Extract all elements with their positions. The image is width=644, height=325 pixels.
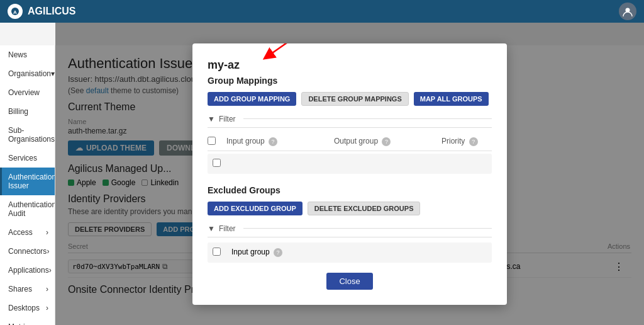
chevron-right-icon: › (46, 228, 48, 237)
sidebar-item-shares[interactable]: Shares › (0, 280, 55, 299)
add-group-mapping-button[interactable]: ADD GROUP MAPPING (208, 92, 296, 106)
topbar-right (619, 3, 636, 20)
sidebar-item-desktops[interactable]: Desktops › (0, 299, 55, 317)
priority-help-icon[interactable]: ? (469, 137, 478, 146)
group-mapping-buttons: ADD GROUP MAPPING DELETE GROUP MAPPINGS … (208, 92, 492, 106)
group-mapping-empty-row (208, 154, 492, 174)
sidebar-item-authentication-audit[interactable]: Authentication Audit (0, 195, 55, 223)
chevron-right-icon: › (46, 304, 48, 312)
map-all-groups-button[interactable]: MAP ALL GROUPS (414, 92, 489, 106)
modal-issuer-name: my-az (208, 59, 492, 72)
excluded-filter-row: ▼ Filter (208, 224, 492, 237)
sidebar-item-authentication-issuer[interactable]: Authentication Issuer (0, 168, 55, 195)
chevron-right-icon: › (49, 266, 52, 275)
modal-close-row: Close (208, 273, 492, 290)
add-excluded-group-button[interactable]: ADD EXCLUDED GROUP (208, 202, 303, 215)
chevron-right-icon: › (47, 247, 49, 256)
svg-text:A: A (13, 9, 17, 15)
sidebar-item-organisation[interactable]: Organisation ▾ (0, 64, 55, 83)
output-group-help-icon[interactable]: ? (382, 137, 391, 146)
input-group-col-header: Input group ? (226, 137, 328, 146)
excluded-filter-divider (243, 228, 492, 229)
group-mappings-title: Group Mappings (208, 76, 492, 86)
svg-line-3 (268, 43, 331, 56)
priority-col-header: Priority ? (441, 137, 492, 146)
group-mapping-table-header: Input group ? Output group ? Priority ? (208, 133, 492, 151)
sidebar-item-metrics[interactable]: Metrics › (0, 317, 55, 325)
empty-check (213, 159, 225, 169)
sidebar-item-services[interactable]: Services (0, 149, 55, 168)
user-avatar[interactable] (619, 3, 636, 20)
sidebar-item-overview[interactable]: Overview (0, 83, 55, 102)
filter-icon: ▼ (208, 115, 215, 123)
chevron-down-icon: ▾ (51, 69, 55, 78)
chevron-right-icon: › (46, 322, 48, 325)
topbar: A AGILICUS (0, 0, 644, 23)
sidebar-item-news[interactable]: News (0, 45, 55, 64)
excluded-group-buttons: ADD EXCLUDED GROUP DELETE EXCLUDED GROUP… (208, 202, 492, 215)
excluded-filter-icon: ▼ (208, 224, 215, 233)
modal-overlay: my-az Group Mappings ADD GROUP MAPPING D… (55, 23, 644, 325)
sidebar: News Organisation ▾ Overview Billing Sub… (0, 45, 55, 325)
excluded-groups-section: Excluded Groups ADD EXCLUDED GROUP DELET… (208, 185, 492, 263)
input-group-help-icon[interactable]: ? (269, 137, 277, 146)
excluded-row-checkbox[interactable] (213, 248, 221, 256)
sidebar-item-applications[interactable]: Applications › (0, 261, 55, 280)
sidebar-item-connectors[interactable]: Connectors › (0, 242, 55, 261)
excluded-input-help-icon[interactable]: ? (274, 248, 282, 257)
sidebar-item-access[interactable]: Access › (0, 223, 55, 242)
logo-text: AGILICUS (28, 6, 75, 17)
sidebar-item-sub-organisations[interactable]: Sub-Organisations (0, 121, 55, 149)
output-group-col-header: Output group ? (334, 137, 435, 146)
row-checkbox[interactable] (213, 159, 221, 167)
excluded-check (213, 248, 225, 258)
filter-divider (243, 118, 492, 119)
sidebar-item-billing[interactable]: Billing (0, 102, 55, 121)
delete-group-mappings-button[interactable]: DELETE GROUP MAPPINGS (301, 92, 408, 106)
excluded-input-group: Input group ? (231, 248, 487, 257)
chevron-right-icon: › (46, 285, 48, 294)
logo-icon: A (8, 4, 23, 19)
group-mapping-filter-row: ▼ Filter (208, 115, 492, 128)
delete-excluded-groups-button[interactable]: DELETE EXCLUDED GROUPS (308, 202, 421, 215)
select-all-checkbox[interactable] (208, 137, 216, 145)
excluded-groups-title: Excluded Groups (208, 185, 492, 195)
app-logo[interactable]: A AGILICUS (8, 4, 75, 19)
excluded-group-row: Input group ? (208, 242, 492, 263)
modal-dialog: my-az Group Mappings ADD GROUP MAPPING D… (192, 43, 507, 305)
check-col-header (208, 137, 220, 147)
close-modal-button[interactable]: Close (326, 273, 372, 290)
